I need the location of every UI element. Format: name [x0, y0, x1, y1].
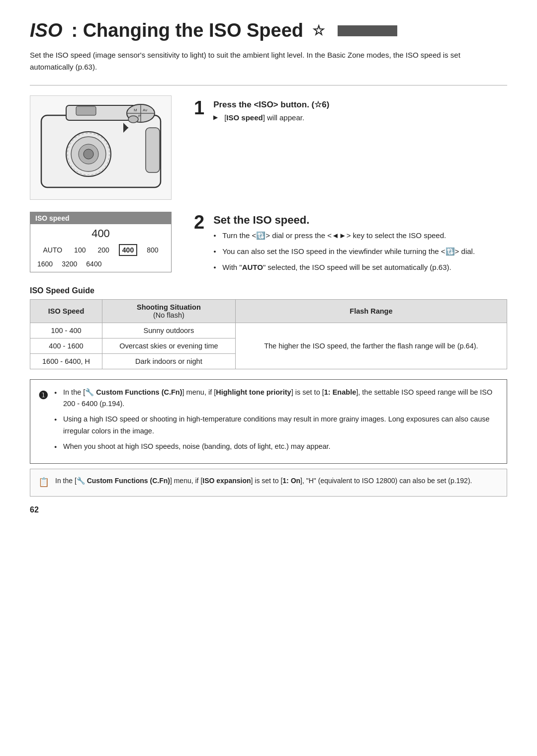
note-icon: 📋	[38, 475, 49, 490]
iso-100: 100	[72, 245, 88, 255]
title-bar-decoration	[338, 25, 397, 36]
iso-3200: 3200	[62, 260, 77, 268]
guide-header-row: ISO Speed Shooting Situation (No flash) …	[30, 300, 507, 323]
step1-left: M Av P	[30, 95, 179, 207]
svg-rect-14	[146, 128, 160, 172]
step1-number: 1	[194, 98, 204, 117]
guide-sit-3: Dark indoors or night	[102, 354, 236, 369]
title-main: : Changing the ISO Speed	[71, 20, 303, 41]
notice-content: In the [🔧 Custom Functions (C.Fn)] menu,…	[54, 387, 499, 456]
iso-panel-row2: 1600 3200 6400	[30, 259, 171, 272]
iso-400-selected: 400	[119, 244, 137, 256]
iso-200: 200	[95, 245, 111, 255]
page-number: 62	[30, 505, 507, 514]
step1-will-appear: will appear.	[267, 113, 304, 122]
guide-iso-3: 1600 - 6400, H	[30, 354, 102, 369]
svg-text:Av: Av	[143, 108, 147, 112]
step1-right: 1 Press the <ISO> button. (☆6) [ISO spee…	[194, 95, 507, 207]
section-divider	[30, 85, 507, 85]
notice-icon: ❶	[38, 387, 48, 456]
step2-bullet2: You can also set the ISO speed in the vi…	[213, 246, 475, 257]
svg-text:M: M	[134, 108, 137, 112]
note-box: 📋 In the [🔧 Custom Functions (C.Fn)] men…	[30, 469, 507, 497]
intro-text: Set the ISO speed (image sensor's sensit…	[30, 49, 477, 73]
svg-rect-15	[76, 106, 96, 115]
svg-point-16	[128, 116, 138, 123]
guide-col-situation: Shooting Situation (No flash)	[102, 300, 236, 323]
iso-panel-row1: AUTO 100 200 400 800	[30, 241, 171, 259]
notice-bullet2: Using a high ISO speed or shooting in hi…	[54, 414, 499, 436]
step2-bullet1: Turn the <🔃> dial or press the <◄►> key …	[213, 230, 475, 242]
camera-illustration: M Av P	[30, 95, 172, 200]
svg-text:P: P	[138, 114, 141, 118]
flash-range-cell: The higher the ISO speed, the farther th…	[235, 323, 507, 369]
page-title: ISO: Changing the ISO Speed☆	[30, 20, 507, 41]
svg-point-5	[84, 149, 93, 159]
iso-panel-value: 400	[30, 224, 171, 241]
guide-row-1: 100 - 400 Sunny outdoors The higher the …	[30, 323, 507, 338]
step2-bullet3: With "AUTO" selected, the ISO speed will…	[213, 261, 475, 273]
note-content: In the [🔧 Custom Functions (C.Fn)] menu,…	[55, 475, 472, 490]
step2-right: 2 Set the ISO speed. Turn the <🔃> dial o…	[194, 212, 507, 277]
iso-auto: AUTO	[40, 245, 65, 255]
step2-title: Set the ISO speed.	[213, 214, 475, 227]
iso-800: 800	[144, 245, 161, 255]
guide-title: ISO Speed Guide	[30, 286, 507, 295]
iso-speed-bracket: [ISO speed]	[224, 113, 265, 122]
step2-left: ISO speed 400 AUTO 100 200 400 800 1600 …	[30, 212, 179, 277]
guide-sit-1: Sunny outdoors	[102, 323, 236, 338]
iso-guide-table: ISO Speed Shooting Situation (No flash) …	[30, 299, 507, 369]
title-star: ☆	[312, 22, 325, 39]
iso-1600: 1600	[37, 260, 53, 268]
guide-col-iso: ISO Speed	[30, 300, 102, 323]
notice-bullets: In the [🔧 Custom Functions (C.Fn)] menu,…	[54, 387, 499, 452]
title-iso: ISO	[30, 20, 62, 41]
guide-iso-2: 400 - 1600	[30, 338, 102, 354]
iso-6400: 6400	[86, 260, 101, 268]
step1-instruction: Press the <ISO> button. (☆6)	[213, 99, 329, 110]
step1-section: M Av P 1 Press the <ISO> button. (☆6)	[30, 95, 507, 207]
guide-sit-2: Overcast skies or evening time	[102, 338, 236, 354]
camera-svg: M Av P	[36, 100, 166, 195]
step1-result: [ISO speed] will appear.	[213, 112, 329, 124]
step2-number: 2	[194, 213, 204, 232]
iso-panel-header: ISO speed	[30, 212, 171, 224]
step2-section: ISO speed 400 AUTO 100 200 400 800 1600 …	[30, 212, 507, 277]
notice-box: ❶ In the [🔧 Custom Functions (C.Fn)] men…	[30, 379, 507, 464]
iso-speed-panel: ISO speed 400 AUTO 100 200 400 800 1600 …	[30, 212, 172, 272]
guide-iso-1: 100 - 400	[30, 323, 102, 338]
guide-col-flash: Flash Range	[235, 300, 507, 323]
notice-bullet1: In the [🔧 Custom Functions (C.Fn)] menu,…	[54, 387, 499, 410]
step2-bullets: Turn the <🔃> dial or press the <◄►> key …	[213, 230, 475, 273]
notice-bullet3: When you shoot at high ISO speeds, noise…	[54, 441, 499, 452]
